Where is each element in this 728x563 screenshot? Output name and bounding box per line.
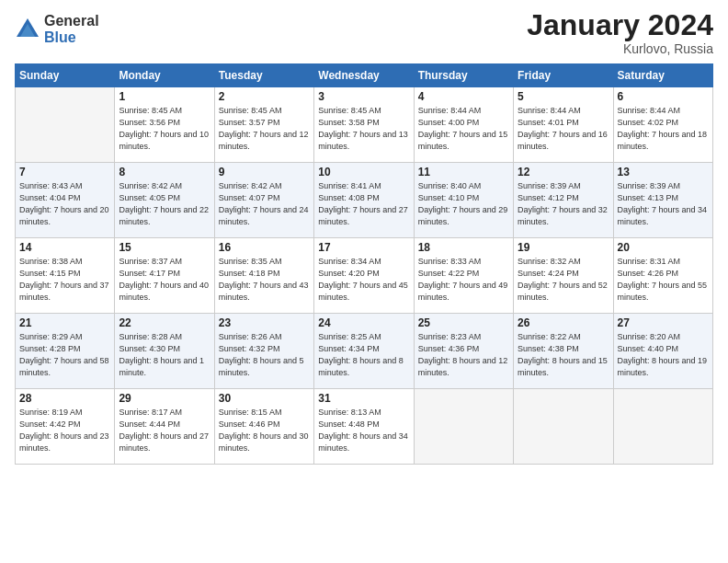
day-info: Sunrise: 8:39 AMSunset: 4:12 PMDaylight:…	[518, 180, 609, 228]
day-info: Sunrise: 8:39 AMSunset: 4:13 PMDaylight:…	[618, 180, 709, 228]
day-number: 25	[418, 316, 509, 329]
day-cell: 28Sunrise: 8:19 AMSunset: 4:42 PMDayligh…	[16, 389, 115, 465]
day-cell: 30Sunrise: 8:15 AMSunset: 4:46 PMDayligh…	[214, 389, 313, 465]
header-friday: Friday	[514, 64, 613, 87]
day-number: 7	[19, 166, 110, 178]
day-info: Sunrise: 8:31 AMSunset: 4:26 PMDaylight:…	[618, 256, 709, 304]
header-tuesday: Tuesday	[214, 64, 313, 87]
header-saturday: Saturday	[613, 64, 712, 87]
day-info: Sunrise: 8:33 AMSunset: 4:22 PMDaylight:…	[418, 256, 509, 304]
day-info: Sunrise: 8:44 AMSunset: 4:02 PMDaylight:…	[618, 105, 709, 153]
day-number: 2	[219, 90, 310, 103]
logo-text: General Blue	[44, 13, 99, 45]
day-number: 18	[418, 241, 509, 254]
day-cell: 11Sunrise: 8:40 AMSunset: 4:10 PMDayligh…	[414, 163, 513, 238]
day-info: Sunrise: 8:45 AMSunset: 3:58 PMDaylight:…	[318, 105, 409, 153]
day-number: 26	[518, 316, 609, 329]
title-block: January 2024 Kurlovo, Russia	[527, 9, 713, 56]
day-number: 27	[618, 316, 709, 329]
day-info: Sunrise: 8:44 AMSunset: 4:00 PMDaylight:…	[418, 105, 509, 153]
day-info: Sunrise: 8:34 AMSunset: 4:20 PMDaylight:…	[318, 256, 409, 304]
header-monday: Monday	[115, 64, 214, 87]
day-number: 8	[119, 166, 210, 178]
day-cell: 12Sunrise: 8:39 AMSunset: 4:12 PMDayligh…	[514, 163, 613, 238]
day-cell: 6Sunrise: 8:44 AMSunset: 4:02 PMDaylight…	[613, 87, 712, 163]
week-row-4: 21Sunrise: 8:29 AMSunset: 4:28 PMDayligh…	[16, 314, 713, 389]
day-cell: 29Sunrise: 8:17 AMSunset: 4:44 PMDayligh…	[115, 389, 214, 465]
day-info: Sunrise: 8:22 AMSunset: 4:38 PMDaylight:…	[518, 331, 609, 379]
header-sunday: Sunday	[16, 64, 115, 87]
day-number: 16	[219, 241, 310, 254]
day-info: Sunrise: 8:25 AMSunset: 4:34 PMDaylight:…	[318, 331, 409, 379]
header-thursday: Thursday	[414, 64, 513, 87]
day-number: 28	[19, 392, 110, 405]
day-number: 22	[119, 316, 210, 329]
day-cell: 14Sunrise: 8:38 AMSunset: 4:15 PMDayligh…	[16, 238, 115, 314]
day-info: Sunrise: 8:41 AMSunset: 4:08 PMDaylight:…	[318, 180, 409, 228]
day-info: Sunrise: 8:23 AMSunset: 4:36 PMDaylight:…	[418, 331, 509, 379]
day-cell: 4Sunrise: 8:44 AMSunset: 4:00 PMDaylight…	[414, 87, 513, 163]
day-number: 20	[618, 241, 709, 254]
day-number: 30	[219, 392, 310, 405]
day-cell: 22Sunrise: 8:28 AMSunset: 4:30 PMDayligh…	[115, 314, 214, 389]
week-row-5: 28Sunrise: 8:19 AMSunset: 4:42 PMDayligh…	[16, 389, 713, 465]
day-info: Sunrise: 8:26 AMSunset: 4:32 PMDaylight:…	[219, 331, 310, 379]
day-cell	[414, 389, 513, 465]
day-number: 17	[318, 241, 409, 254]
day-cell: 23Sunrise: 8:26 AMSunset: 4:32 PMDayligh…	[214, 314, 313, 389]
day-number: 21	[19, 316, 110, 329]
day-number: 6	[618, 90, 709, 103]
day-info: Sunrise: 8:43 AMSunset: 4:04 PMDaylight:…	[19, 180, 110, 228]
day-number: 5	[518, 90, 609, 103]
week-row-1: 1Sunrise: 8:45 AMSunset: 3:56 PMDaylight…	[16, 87, 713, 163]
day-cell: 24Sunrise: 8:25 AMSunset: 4:34 PMDayligh…	[314, 314, 414, 389]
day-cell: 18Sunrise: 8:33 AMSunset: 4:22 PMDayligh…	[414, 238, 513, 314]
day-cell: 31Sunrise: 8:13 AMSunset: 4:48 PMDayligh…	[314, 389, 414, 465]
day-number: 31	[318, 392, 409, 405]
calendar-table: Sunday Monday Tuesday Wednesday Thursday…	[15, 63, 713, 465]
day-cell: 7Sunrise: 8:43 AMSunset: 4:04 PMDaylight…	[16, 163, 115, 238]
day-cell: 2Sunrise: 8:45 AMSunset: 3:57 PMDaylight…	[214, 87, 313, 163]
day-info: Sunrise: 8:42 AMSunset: 4:07 PMDaylight:…	[219, 180, 310, 228]
day-cell: 13Sunrise: 8:39 AMSunset: 4:13 PMDayligh…	[613, 163, 712, 238]
day-info: Sunrise: 8:35 AMSunset: 4:18 PMDaylight:…	[219, 256, 310, 304]
day-number: 12	[518, 166, 609, 178]
calendar-subtitle: Kurlovo, Russia	[527, 41, 713, 56]
day-number: 9	[219, 166, 310, 178]
day-cell: 19Sunrise: 8:32 AMSunset: 4:24 PMDayligh…	[514, 238, 613, 314]
day-info: Sunrise: 8:15 AMSunset: 4:46 PMDaylight:…	[219, 407, 310, 454]
day-number: 1	[119, 90, 210, 103]
logo-blue: Blue	[44, 29, 99, 46]
day-cell: 16Sunrise: 8:35 AMSunset: 4:18 PMDayligh…	[214, 238, 313, 314]
day-info: Sunrise: 8:44 AMSunset: 4:01 PMDaylight:…	[518, 105, 609, 153]
day-number: 24	[318, 316, 409, 329]
day-number: 15	[119, 241, 210, 254]
day-info: Sunrise: 8:17 AMSunset: 4:44 PMDaylight:…	[119, 407, 210, 454]
day-info: Sunrise: 8:29 AMSunset: 4:28 PMDaylight:…	[19, 331, 110, 379]
day-cell: 9Sunrise: 8:42 AMSunset: 4:07 PMDaylight…	[214, 163, 313, 238]
calendar-page: General Blue January 2024 Kurlovo, Russi…	[0, 0, 728, 563]
day-number: 19	[518, 241, 609, 254]
day-cell: 26Sunrise: 8:22 AMSunset: 4:38 PMDayligh…	[514, 314, 613, 389]
header-row: Sunday Monday Tuesday Wednesday Thursday…	[16, 64, 713, 87]
day-cell: 21Sunrise: 8:29 AMSunset: 4:28 PMDayligh…	[16, 314, 115, 389]
day-cell: 8Sunrise: 8:42 AMSunset: 4:05 PMDaylight…	[115, 163, 214, 238]
week-row-3: 14Sunrise: 8:38 AMSunset: 4:15 PMDayligh…	[16, 238, 713, 314]
day-cell: 17Sunrise: 8:34 AMSunset: 4:20 PMDayligh…	[314, 238, 414, 314]
day-info: Sunrise: 8:40 AMSunset: 4:10 PMDaylight:…	[418, 180, 509, 228]
day-number: 14	[19, 241, 110, 254]
day-number: 29	[119, 392, 210, 405]
day-info: Sunrise: 8:19 AMSunset: 4:42 PMDaylight:…	[19, 407, 110, 454]
day-number: 13	[618, 166, 709, 178]
day-cell: 5Sunrise: 8:44 AMSunset: 4:01 PMDaylight…	[514, 87, 613, 163]
day-number: 3	[318, 90, 409, 103]
day-number: 11	[418, 166, 509, 178]
day-cell: 10Sunrise: 8:41 AMSunset: 4:08 PMDayligh…	[314, 163, 414, 238]
header-wednesday: Wednesday	[314, 64, 414, 87]
day-cell: 25Sunrise: 8:23 AMSunset: 4:36 PMDayligh…	[414, 314, 513, 389]
logo-general: General	[44, 13, 99, 29]
logo: General Blue	[15, 13, 99, 45]
day-info: Sunrise: 8:28 AMSunset: 4:30 PMDaylight:…	[119, 331, 210, 379]
day-cell	[613, 389, 712, 465]
day-number: 10	[318, 166, 409, 178]
